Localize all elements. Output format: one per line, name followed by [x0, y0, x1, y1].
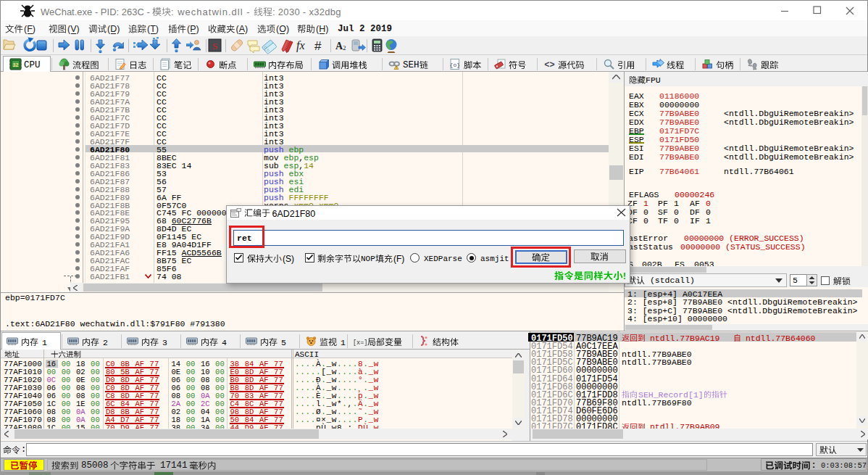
svg-text:32: 32 [13, 62, 19, 67]
svg-text:#: # [314, 39, 322, 53]
svg-text:[x=]: [x=] [353, 339, 367, 347]
svg-text:{o}: {o} [450, 62, 460, 68]
svg-text:2: 2 [343, 44, 346, 51]
svg-text:S: S [212, 41, 217, 51]
svg-text:<>: <> [544, 60, 554, 70]
svg-text:fx: fx [296, 39, 305, 52]
